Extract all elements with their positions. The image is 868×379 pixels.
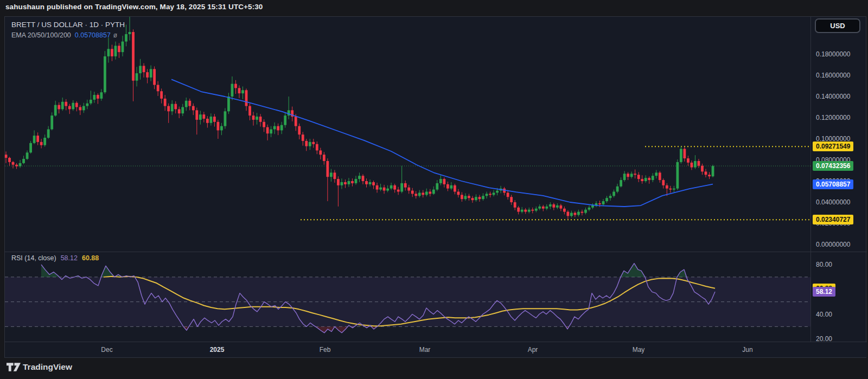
price-badge: 0.09271549 [813,142,853,151]
candle-body [358,176,361,179]
candle-body [538,207,541,209]
candle-body [397,190,400,192]
candle-body [326,161,329,177]
candle-body [705,171,707,175]
candle-body [436,183,438,190]
candle-body [454,185,456,192]
candle-body [178,109,181,113]
candle-body [167,106,170,112]
candle-body [468,196,470,198]
candle-body [79,107,81,111]
candle-body [698,161,700,166]
candle-body [54,105,57,116]
candle-body [379,188,382,190]
candle-body [351,181,354,183]
candle-body [542,207,545,209]
candle-body [348,181,350,184]
rsi-pane-canvas[interactable] [5,252,810,342]
price-pane-canvas[interactable] [5,17,810,252]
indicator-row: EMA 20/50/100/2000.05708857ø [11,31,117,39]
candle-body [316,144,318,151]
candle-body [164,99,167,106]
chart-plot-area[interactable] [5,17,810,342]
candle-body [390,185,393,189]
price-badge: 0.02340727 [813,215,853,224]
candle-body [574,213,577,215]
candle-body [104,56,106,92]
candle-body [234,84,237,88]
candle-body [581,212,584,213]
rsi-tick-label: 40.00 [816,311,832,318]
candle-body [15,165,18,166]
candle-body [507,192,509,197]
candle-body [570,213,573,216]
candle-body [531,210,534,211]
candle-body [50,115,53,129]
price-axis[interactable]: USD 0.180000000.160000000.140000000.1200… [810,17,866,342]
time-axis-label: Mar [419,342,431,357]
candle-body [701,166,704,172]
candle-body [33,136,36,143]
candle-body [616,187,619,192]
candle-body [482,196,484,199]
time-axis[interactable]: Dec2025FebMarAprMayJun [5,342,867,357]
candle-body [171,104,174,112]
price-tick-label: 0.00000000 [816,241,850,248]
candle-body [97,95,99,99]
candle-body [521,210,524,212]
candle-body [150,69,152,78]
pane-separator[interactable] [5,252,867,252]
candle-body [202,114,205,119]
tradingview-logo-icon[interactable] [7,363,21,372]
price-badge: 0.05708857 [813,179,853,189]
candle-body [691,163,693,168]
candle-body [372,182,375,185]
candle-body [393,185,396,190]
candle-body [118,46,120,52]
candle-body [694,161,697,168]
candle-body [429,192,431,194]
candle-body [605,198,608,201]
candle-body [40,142,43,145]
candle-body [609,196,612,198]
candle-body [620,180,622,187]
footer-brand-text[interactable]: TradingView [23,362,72,372]
candle-body [383,188,386,191]
candle-body [673,189,675,190]
candle-body [270,129,272,133]
candle-body [259,117,262,122]
rsi-overbought-fill [101,266,135,277]
time-axis-label: Dec [101,342,112,357]
candle-body [404,183,407,188]
candle-body [309,142,311,146]
candle-body [644,178,647,181]
candle-body [669,189,672,190]
rsi-label: RSI (14, close) [11,254,56,262]
candle-body [559,205,562,209]
candle-body [591,205,594,208]
currency-button[interactable]: USD [815,18,860,33]
candle-body [136,73,138,81]
candle-body [443,179,445,184]
candle-body [637,175,640,179]
candle-body [549,204,552,207]
candle-body [100,92,103,99]
candle-body [528,210,531,212]
candle-body [122,42,124,53]
candle-body [160,91,163,99]
candle-body [277,126,279,131]
candle-body [206,119,209,123]
footer-bar: TradingView [0,358,868,379]
candle-body [174,104,177,110]
candle-body [43,138,46,145]
candle-body [139,66,142,73]
indicator-toggle-icon[interactable]: ø [113,31,117,39]
candle-body [457,192,460,195]
candle-body [545,207,548,209]
candle-body [446,184,449,189]
candle-body [464,196,467,199]
candle-body [432,190,435,194]
candle-body [238,88,241,93]
candle-body [19,163,22,166]
candle-body [192,106,195,111]
